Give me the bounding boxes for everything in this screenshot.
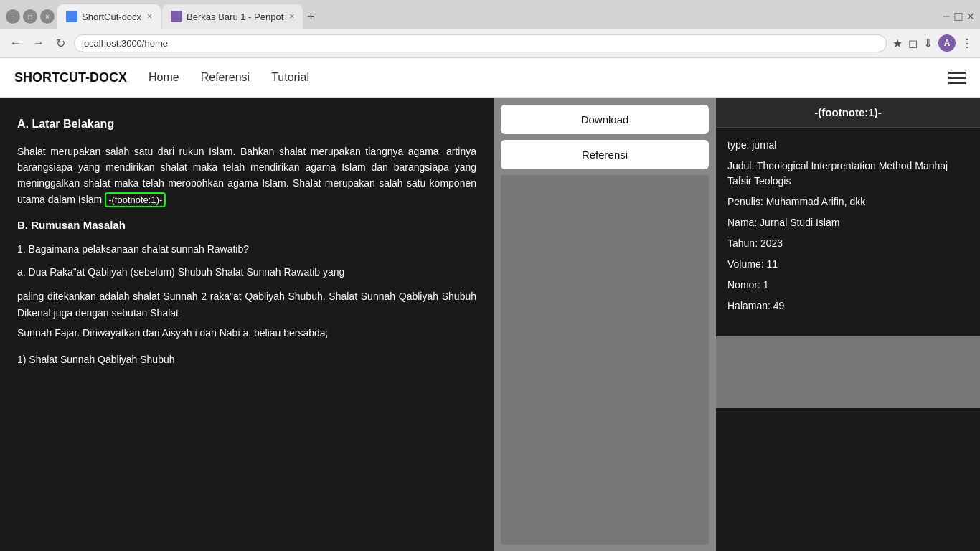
forward-button[interactable]: → <box>30 35 47 51</box>
info-row-nama: Nama: Jurnal Studi Islam <box>727 215 969 230</box>
main-content: A. Latar Belakang Shalat merupakan salah… <box>0 98 980 551</box>
nav-home[interactable]: Home <box>149 71 179 84</box>
middle-panel: Download Referensi <box>494 98 716 551</box>
info-body: type: jurnal Judul: Theological Interpre… <box>716 128 980 329</box>
section-a-title: A. Latar Belakang <box>17 115 476 133</box>
hamburger-line-3 <box>948 82 966 84</box>
tab-penpot[interactable]: Berkas Baru 1 - Penpot × <box>162 4 303 29</box>
window-close[interactable]: × <box>966 9 974 24</box>
nav-referensi[interactable]: Referensi <box>201 71 250 84</box>
tab-label-shortcut: ShortCut-docx <box>82 11 141 22</box>
tab-close-shortcut[interactable]: × <box>147 11 152 22</box>
bookmark-icon[interactable]: ★ <box>892 37 903 50</box>
app-nav: SHORTCUT-DOCX Home Referensi Tutorial <box>0 58 980 98</box>
answer-a-title: a. Dua Raka"at Qabliyah (sebelum) Shubuh… <box>17 264 476 280</box>
address-bar-icons: ★ ◻ ⇓ A ⋮ <box>892 34 973 52</box>
middle-spacer <box>501 175 709 545</box>
answer-a-body2: Sunnah Fajar. Diriwayatkan dari Aisyah i… <box>17 325 476 341</box>
address-input[interactable] <box>74 34 887 52</box>
info-row-judul: Judul: Theological Interprentation Metho… <box>727 159 969 189</box>
info-row-halaman: Halaman: 49 <box>727 298 969 314</box>
answer-a-body: paling ditekankan adalah shalat Sunnah 2… <box>17 288 476 321</box>
doc-para-1-text: Shalat merupakan salah satu dari rukun I… <box>17 146 476 205</box>
info-header: -(footnote:1)- <box>716 98 980 128</box>
info-bottom-gray <box>716 336 980 408</box>
download-browser-icon[interactable]: ⇓ <box>923 37 933 50</box>
app-title: SHORTCUT-DOCX <box>14 70 127 85</box>
browser-minimize[interactable]: − <box>6 9 20 24</box>
browser-chrome: − □ × ShortCut-docx × Berkas Baru 1 - Pe… <box>0 0 980 58</box>
footnote-highlight[interactable]: -(footnote:1)- <box>105 192 166 207</box>
address-bar: ← → ↻ ★ ◻ ⇓ A ⋮ <box>0 29 980 57</box>
doc-panel[interactable]: A. Latar Belakang Shalat merupakan salah… <box>0 98 494 551</box>
tab-close-penpot[interactable]: × <box>289 11 294 22</box>
tab-favicon-penpot <box>171 11 182 22</box>
footer-text: 1) Shalat Sunnah Qabliyah Shubuh <box>17 352 476 367</box>
referensi-button[interactable]: Referensi <box>501 140 709 169</box>
info-row-type: type: jurnal <box>727 138 969 153</box>
info-row-volume: Volume: 11 <box>727 257 969 272</box>
nav-tutorial[interactable]: Tutorial <box>271 71 309 84</box>
tab-label-penpot: Berkas Baru 1 - Penpot <box>187 11 283 22</box>
tab-shortcut[interactable]: ShortCut-docx × <box>57 4 161 29</box>
window-minimize[interactable]: − <box>943 9 951 24</box>
hamburger-menu[interactable] <box>948 72 966 84</box>
browser-maximize[interactable]: □ <box>23 9 37 24</box>
browser-close[interactable]: × <box>40 9 55 24</box>
back-button[interactable]: ← <box>7 35 24 51</box>
extension-icon[interactable]: ◻ <box>908 37 918 50</box>
section-b-title: B. Rumusan Masalah <box>17 217 476 234</box>
info-panel: -(footnote:1)- type: jurnal Judul: Theol… <box>716 98 980 551</box>
doc-para-1: Shalat merupakan salah satu dari rukun I… <box>17 143 476 208</box>
question-1: 1. Bagaimana pelaksanaan shalat sunnah R… <box>17 241 476 257</box>
hamburger-line-2 <box>948 77 966 79</box>
reload-button[interactable]: ↻ <box>53 35 68 52</box>
tab-bar: − □ × ShortCut-docx × Berkas Baru 1 - Pe… <box>0 0 980 29</box>
tab-add-button[interactable]: + <box>307 9 315 24</box>
avatar[interactable]: A <box>938 34 956 52</box>
nav-links: Home Referensi Tutorial <box>149 71 309 84</box>
tab-favicon-shortcut <box>66 11 77 22</box>
download-button[interactable]: Download <box>501 105 709 134</box>
info-row-penulis: Penulis: Muhammad Arifin, dkk <box>727 194 969 209</box>
info-row-tahun: Tahun: 2023 <box>727 236 969 251</box>
hamburger-line-1 <box>948 72 966 74</box>
info-row-nomor: Nomor: 1 <box>727 278 969 293</box>
window-restore[interactable]: □ <box>955 9 963 24</box>
menu-icon[interactable]: ⋮ <box>961 37 973 50</box>
